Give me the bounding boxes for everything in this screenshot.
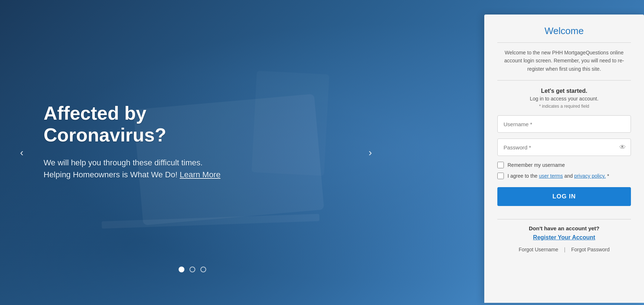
remember-checkbox[interactable] — [497, 162, 504, 168]
carousel-dot-2[interactable] — [189, 267, 195, 272]
register-link[interactable]: Register Your Account — [497, 234, 631, 241]
show-password-icon[interactable]: 👁 — [619, 144, 626, 151]
carousel-dot-3[interactable] — [200, 267, 206, 272]
get-started-heading: Let's get started. — [497, 88, 631, 94]
login-panel: Welcome Welcome to the new PHH MortgageQ… — [484, 15, 644, 303]
get-started-section: Let's get started. Log in to access your… — [497, 88, 631, 102]
username-input[interactable] — [497, 115, 631, 133]
password-input[interactable] — [497, 139, 631, 156]
carousel-next-button[interactable]: › — [363, 145, 378, 160]
bottom-links: Forgot Username | Forgot Password — [497, 247, 631, 252]
username-group — [497, 115, 631, 133]
carousel-slide: Affected byCoronavirus? We will help you… — [44, 103, 220, 181]
carousel-prev-button[interactable]: ‹ — [15, 145, 29, 160]
login-button[interactable]: LOG IN — [497, 187, 631, 206]
divider — [497, 219, 631, 219]
forgot-password-link[interactable]: Forgot Password — [571, 247, 610, 252]
forgot-username-link[interactable]: Forgot Username — [519, 247, 558, 252]
required-note: * indicates a required field — [497, 104, 631, 109]
user-terms-link[interactable]: user terms — [539, 173, 563, 179]
remember-username-row: Remember my username — [497, 162, 631, 168]
terms-label: I agree to the user terms and privacy po… — [508, 173, 609, 179]
learn-more-link[interactable]: Learn More — [180, 170, 221, 179]
remember-label: Remember my username — [508, 162, 565, 168]
link-separator: | — [564, 247, 566, 252]
get-started-sub: Log in to access your account. — [497, 96, 631, 102]
carousel-dot-1[interactable] — [179, 267, 184, 272]
carousel-dots — [179, 267, 206, 272]
password-group: 👁 — [497, 139, 631, 156]
terms-checkbox[interactable] — [497, 173, 504, 179]
carousel-area: ‹ › Affected byCoronavirus? We will help… — [0, 0, 385, 305]
welcome-text: Welcome to the new PHH MortgageQuestions… — [497, 49, 631, 81]
carousel-heading: Affected byCoronavirus? — [44, 103, 220, 146]
privacy-policy-link[interactable]: privacy policy. — [574, 173, 606, 179]
carousel-subtext: We will help you through these difficult… — [44, 157, 220, 181]
panel-title: Welcome — [497, 25, 631, 43]
terms-row: I agree to the user terms and privacy po… — [497, 173, 631, 179]
no-account-text: Don't have an account yet? — [497, 225, 631, 231]
